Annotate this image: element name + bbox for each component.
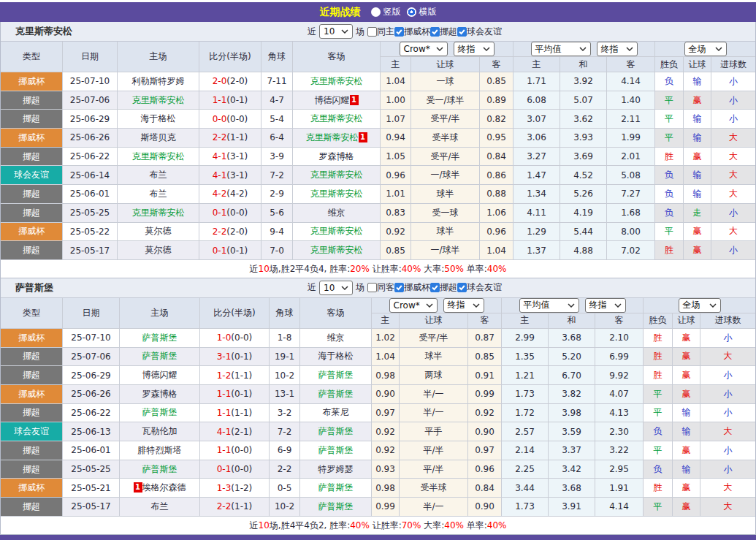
asia-away-odds: 0.90 [468,422,502,441]
home-team-cell: 克里斯蒂安松 [118,91,199,110]
league-checkbox-0[interactable] [394,283,404,292]
result-handicap-cell: 输 [684,185,711,204]
eu-home-odds: 1.47 [513,166,560,185]
eu-draw-odds: 3.68 [549,479,595,498]
asia-away-odds: 0.95 [480,129,513,148]
match-row: 挪超25-05-17莫尔德0-1(0-1)7-0克里斯蒂安松0.85一/球半1.… [1,241,755,260]
radio-horizontal-group[interactable]: 横版 [407,6,437,18]
check-icon [395,284,403,292]
score-cell: 2-2(1-1) [200,498,270,517]
same-venue-checkbox[interactable] [367,283,377,292]
eu-draw-odds: 3.91 [549,498,595,517]
league-checkbox-2[interactable] [457,283,467,292]
score-cell: 3-1(0-1) [200,348,270,367]
bookmaker-select[interactable]: Crow* [389,298,438,313]
match-row: 挪超25-06-22萨普斯堡1-1(1-1)3-2布莱尼0.97半/一0.921… [1,404,755,423]
same-venue-label[interactable]: 同客 [377,281,394,294]
col-home: 主场 [120,298,200,329]
fulltime-select[interactable]: 全场 [684,42,727,56]
eu-away-odds: 4.07 [595,385,644,404]
result-handicap-cell: 输 [684,166,711,185]
radio-vertical[interactable] [371,7,381,17]
league-checkbox-label[interactable]: 挪超 [440,281,457,294]
score-cell: 0-1(0-0) [199,204,261,223]
asia-home-odds: 1.00 [381,91,411,110]
score-cell: 2-2(1-1) [199,129,261,148]
radio-horizontal-label[interactable]: 横版 [419,6,437,18]
asia-away-odds: 0.99 [468,385,502,404]
result-wdl-cell: 胜 [644,348,673,367]
team-name: 萨普斯堡 [15,281,53,294]
away-team-cell: 维京 [300,329,372,348]
result-goals-cell: 小 [711,91,755,110]
asia-away-odds: 0.86 [480,166,513,185]
col-handicap-result: 让球 [684,57,711,72]
result-group: 全场 [644,298,755,313]
asia-away-odds: 0.92 [468,404,502,423]
match-row: 挪威杯25-06-26斯塔贝克2-2(1-1)6-4克里斯蒂安松10.94受半球… [1,129,755,148]
score-cell: 1-0(0-0) [200,329,270,348]
home-team-cell: 萨普斯堡 [120,348,200,367]
home-team-cell: 博德闪耀 [120,366,200,385]
col-wdl: 胜负 [644,313,673,329]
team-header-row: 萨普斯堡近10场同客挪威杯挪超球会友谊 [1,278,755,298]
league-checkbox-label[interactable]: 球会友谊 [467,26,502,38]
col-eu-away: 客 [607,57,655,72]
league-checkbox-label[interactable]: 挪威杯 [404,281,430,294]
league-checkbox-1[interactable] [430,283,440,292]
final-odds-select-2[interactable]: 终指 [585,298,626,313]
col-date: 日期 [63,298,120,329]
corner-cell: 2-2 [270,460,300,479]
league-cell: 挪威杯 [1,385,63,404]
asia-handicap-cell: 受半球 [411,129,480,148]
date-cell: 25-06-13 [63,422,120,441]
home-team-cell: 利勒斯特罗姆 [118,72,199,91]
average-select[interactable]: 平均值 [519,298,579,313]
radio-horizontal[interactable] [407,7,416,17]
header-group-row: 类型日期主场比分(半场)角球客场Crow*终指平均值终指全场 [1,298,755,313]
eu-away-odds: 2.95 [595,460,644,479]
league-cell: 挪威杯 [1,329,63,348]
asia-home-odds: 0.92 [372,441,400,460]
eu-draw-odds: 3.59 [549,422,595,441]
asia-handicap-cell: 半/一 [400,404,468,423]
result-goals-cell: 小 [700,366,755,385]
result-goals-cell: 小 [711,204,755,223]
result-goals-cell: 大 [711,223,755,242]
league-checkbox-label[interactable]: 球会友谊 [467,281,502,294]
fulltime-select[interactable]: 全场 [679,298,721,313]
corner-cell: 3-9 [261,148,293,167]
check-icon [458,284,466,292]
col-eu-home: 主 [513,57,560,72]
summary-row: 近10场,胜4平4负2, 胜率:40% 让胜率:70% 大率:40% 单率:40… [1,517,755,535]
league-checkbox-label[interactable]: 挪超 [440,26,457,38]
bookmaker-select[interactable]: Crow* [400,42,448,56]
final-odds-select[interactable]: 终指 [454,42,495,56]
eu-home-odds: 6.08 [513,91,560,110]
final-odds-select-2[interactable]: 终指 [597,42,638,56]
col-wdl: 胜负 [655,57,684,72]
col-eu-draw: 和 [560,57,607,72]
eu-draw-odds: 3.68 [549,329,595,348]
same-venue-label[interactable]: 同主 [377,26,394,38]
league-cell: 挪超 [1,498,63,517]
league-checkbox-1[interactable] [430,27,440,37]
home-team-cell: 斯塔贝克 [118,129,199,148]
radio-vertical-label[interactable]: 竖版 [383,6,401,18]
league-checkbox-0[interactable] [394,27,404,37]
league-checkbox-label[interactable]: 挪威杯 [404,26,430,38]
away-team-cell: 布莱尼 [300,404,372,423]
average-select[interactable]: 平均值 [531,42,591,56]
result-wdl-cell: 平 [655,129,684,148]
eu-draw-odds: 3.93 [560,129,607,148]
same-venue-checkbox[interactable] [367,27,377,37]
league-checkbox-2[interactable] [457,27,467,37]
final-odds-select[interactable]: 终指 [443,298,484,313]
match-count-select[interactable]: 10 [319,281,353,295]
date-cell: 25-06-29 [63,366,120,385]
near-label: 近 [308,26,316,38]
result-wdl-cell: 负 [644,422,673,441]
asia-handicap-cell: 半/一 [400,385,468,404]
match-count-select[interactable]: 10 [319,24,353,39]
radio-vertical-group[interactable]: 竖版 [371,6,401,18]
